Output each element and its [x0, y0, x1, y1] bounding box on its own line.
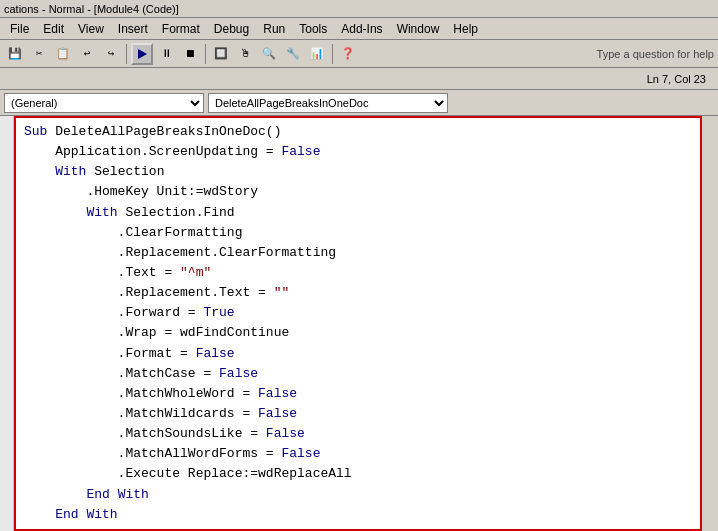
code-line: .MatchCase = False	[24, 364, 692, 384]
toolbar-stop[interactable]: ⏹	[179, 43, 201, 65]
procedure-dropdown[interactable]: DeleteAllPageBreaksInOneDoc	[208, 93, 448, 113]
menu-edit[interactable]: Edit	[37, 20, 70, 38]
code-line: .Replacement.Text = ""	[24, 283, 692, 303]
menu-format[interactable]: Format	[156, 20, 206, 38]
code-line: .Forward = True	[24, 303, 692, 323]
title-bar: cations - Normal - [Module4 (Code)]	[0, 0, 718, 18]
toolbar-sep-3	[332, 44, 333, 64]
code-editor[interactable]: Sub DeleteAllPageBreaksInOneDoc() Applic…	[14, 116, 702, 531]
code-line: Application.ScreenUpdating = False	[24, 142, 692, 162]
code-line: .Format = False	[24, 344, 692, 364]
toolbar-btn-6[interactable]: 🔲	[210, 43, 232, 65]
code-line: Sub DeleteAllPageBreaksInOneDoc()	[24, 122, 692, 142]
menu-run[interactable]: Run	[257, 20, 291, 38]
menu-window[interactable]: Window	[391, 20, 446, 38]
toolbar-btn-10[interactable]: 📊	[306, 43, 328, 65]
toolbar-btn-7[interactable]: 🖱	[234, 43, 256, 65]
play-icon	[138, 49, 147, 59]
right-scrollbar[interactable]	[702, 116, 718, 531]
breakpoint-margin	[0, 116, 14, 531]
toolbar-btn-3[interactable]: 📋	[52, 43, 74, 65]
code-line: MsgBox ("All manual page breaks in the d…	[24, 525, 692, 531]
status-row: Ln 7, Col 23	[0, 68, 718, 90]
toolbar-btn-2[interactable]: ✂	[28, 43, 50, 65]
toolbar-btn-1[interactable]: 💾	[4, 43, 26, 65]
toolbar-btn-5[interactable]: ↪	[100, 43, 122, 65]
code-line: .MatchWholeWord = False	[24, 384, 692, 404]
menu-debug[interactable]: Debug	[208, 20, 255, 38]
code-line: .Text = "^m"	[24, 263, 692, 283]
toolbar-btn-8[interactable]: 🔍	[258, 43, 280, 65]
toolbar-sep-1	[126, 44, 127, 64]
menu-bar: File Edit View Insert Format Debug Run T…	[0, 18, 718, 40]
help-text: Type a question for help	[597, 48, 714, 60]
toolbar-sep-2	[205, 44, 206, 64]
code-line: .Execute Replace:=wdReplaceAll	[24, 464, 692, 484]
code-line: With Selection.Find	[24, 203, 692, 223]
code-area: Sub DeleteAllPageBreaksInOneDoc() Applic…	[0, 116, 718, 531]
menu-tools[interactable]: Tools	[293, 20, 333, 38]
menu-view[interactable]: View	[72, 20, 110, 38]
code-line: End With	[24, 505, 692, 525]
code-line: .ClearFormatting	[24, 223, 692, 243]
run-button[interactable]	[131, 43, 153, 65]
menu-insert[interactable]: Insert	[112, 20, 154, 38]
code-line: .Wrap = wdFindContinue	[24, 323, 692, 343]
toolbar-btn-help[interactable]: ❓	[337, 43, 359, 65]
toolbar-pause[interactable]: ⏸	[155, 43, 177, 65]
code-line: .MatchAllWordForms = False	[24, 444, 692, 464]
code-line: .MatchWildcards = False	[24, 404, 692, 424]
title-text: cations - Normal - [Module4 (Code)]	[4, 3, 179, 15]
toolbar-btn-4[interactable]: ↩	[76, 43, 98, 65]
context-dropdown[interactable]: (General)	[4, 93, 204, 113]
code-line: .Replacement.ClearFormatting	[24, 243, 692, 263]
toolbar: 💾 ✂ 📋 ↩ ↪ ⏸ ⏹ 🔲 🖱 🔍 🔧 📊 ❓ Type a questio…	[0, 40, 718, 68]
toolbar-btn-9[interactable]: 🔧	[282, 43, 304, 65]
dropdown-row: (General) DeleteAllPageBreaksInOneDoc	[0, 90, 718, 116]
code-line: With Selection	[24, 162, 692, 182]
menu-file[interactable]: File	[4, 20, 35, 38]
menu-addins[interactable]: Add-Ins	[335, 20, 388, 38]
code-line: .HomeKey Unit:=wdStory	[24, 182, 692, 202]
ln-col-display: Ln 7, Col 23	[647, 73, 706, 85]
code-line: End With	[24, 485, 692, 505]
code-line: .MatchSoundsLike = False	[24, 424, 692, 444]
menu-help[interactable]: Help	[447, 20, 484, 38]
